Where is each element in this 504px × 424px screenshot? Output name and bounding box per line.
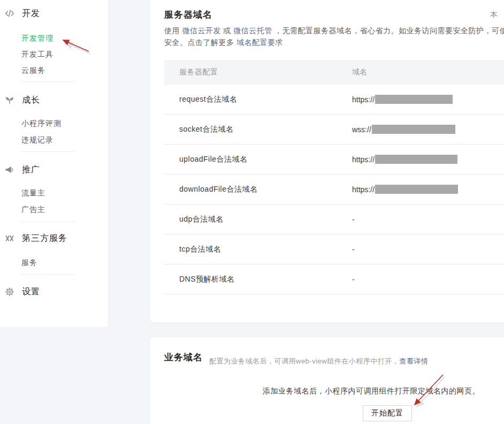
row-label: tcp合法域名 bbox=[164, 245, 352, 254]
table-row: downloadFile合法域名 https:// bbox=[164, 175, 504, 205]
gear-icon bbox=[4, 286, 15, 297]
row-label: udp合法域名 bbox=[164, 215, 352, 224]
redacted-domain-bar bbox=[375, 95, 453, 104]
server-domain-desc-line2: 安全。点击了解更多 域名配置要求 bbox=[164, 38, 283, 48]
wechat-miniprogram-console: 开发 开发管理 开发工具 云服务 成长 小程序评测 违规记录 bbox=[0, 0, 504, 424]
redacted-domain-bar bbox=[372, 125, 455, 134]
server-domain-table: 服务器配置 域名 request合法域名 https:// socket合法域名… bbox=[164, 60, 504, 294]
link-domain-config-requirements[interactable]: 域名配置要求 bbox=[236, 38, 283, 47]
domain-value: - bbox=[352, 215, 355, 224]
domain-value: wss:// bbox=[352, 125, 371, 134]
sidebar-section-title: 第三方服务 bbox=[22, 233, 67, 244]
start-configuration-button[interactable]: 开始配置 bbox=[363, 405, 412, 421]
sidebar-item-dev-management[interactable]: 开发管理 bbox=[21, 33, 54, 43]
sidebar-item-service[interactable]: 服务 bbox=[21, 257, 37, 268]
business-domain-title: 业务域名 bbox=[164, 351, 203, 364]
redacted-domain-bar bbox=[375, 185, 458, 194]
sidebar-item-violation-records[interactable]: 违规记录 bbox=[21, 134, 54, 145]
row-label: socket合法域名 bbox=[164, 125, 352, 134]
table-row: udp合法域名 - bbox=[164, 205, 504, 234]
domain-value: https:// bbox=[352, 95, 375, 104]
sidebar: 开发 开发管理 开发工具 云服务 成长 小程序评测 违规记录 bbox=[0, 0, 109, 327]
sidebar-divider bbox=[20, 222, 75, 222]
table-row: DNS预解析域名 - bbox=[164, 264, 504, 294]
table-row: tcp合法域名 - bbox=[164, 234, 504, 264]
row-label: DNS预解析域名 bbox=[164, 275, 352, 284]
sidebar-section-settings[interactable]: 设置 bbox=[4, 285, 40, 299]
sidebar-item-cloud-service[interactable]: 云服务 bbox=[21, 65, 45, 75]
business-domain-empty-hint: 添加业务域名后，小程序内可调用组件打开限定域名内的网页。 bbox=[263, 387, 480, 396]
sidebar-divider bbox=[20, 152, 75, 152]
sidebar-section-promotion: 推广 bbox=[4, 163, 40, 177]
link-wechat-cloud-dev[interactable]: 微信云开发 bbox=[182, 26, 221, 35]
sidebar-item-advertiser[interactable]: 广告主 bbox=[21, 204, 45, 215]
sidebar-item-miniprogram-evaluation[interactable]: 小程序评测 bbox=[21, 118, 62, 128]
column-header-domain: 域名 bbox=[352, 67, 504, 77]
sidebar-item-traffic-owner[interactable]: 流量主 bbox=[21, 187, 45, 198]
server-domain-title: 服务器域名 bbox=[164, 9, 212, 21]
domain-value: https:// bbox=[352, 185, 375, 194]
sidebar-section-title: 设置 bbox=[22, 286, 40, 298]
table-row: socket合法域名 wss:// bbox=[164, 115, 504, 145]
table-row: request合法域名 https:// bbox=[164, 85, 504, 115]
top-right-clipped-text: 本 bbox=[490, 10, 498, 20]
sidebar-divider bbox=[20, 81, 75, 82]
domain-value: - bbox=[352, 275, 355, 284]
sidebar-item-dev-tools[interactable]: 开发工具 bbox=[21, 49, 54, 59]
row-label: uploadFile合法域名 bbox=[164, 155, 352, 164]
row-label: request合法域名 bbox=[164, 95, 352, 104]
sidebar-section-title: 推广 bbox=[22, 164, 40, 176]
server-domain-desc-line1: 使用 微信云开发 或 微信云托管 ，无需配置服务器域名，省心省力。如业务访问需要… bbox=[164, 26, 504, 36]
sidebar-section-dev: 开发 bbox=[4, 6, 40, 20]
sidebar-section-growth: 成长 bbox=[4, 93, 40, 107]
sprout-icon bbox=[4, 95, 15, 105]
business-domain-desc: 配置为业务域名后，可调用web-view组件在小程序中打开，查看详情 bbox=[209, 357, 428, 366]
table-header-row: 服务器配置 域名 bbox=[164, 60, 504, 85]
sidebar-section-third-party: 第三方服务 bbox=[4, 231, 67, 245]
link-view-details[interactable]: 查看详情 bbox=[399, 357, 428, 365]
sidebar-section-title: 开发 bbox=[22, 8, 40, 19]
redacted-domain-bar bbox=[375, 155, 457, 164]
code-icon bbox=[4, 8, 15, 19]
link-wechat-cloud-hosting[interactable]: 微信云托管 bbox=[233, 26, 272, 35]
sidebar-section-title: 成长 bbox=[22, 95, 40, 106]
megaphone-icon bbox=[4, 164, 15, 175]
row-label: downloadFile合法域名 bbox=[164, 185, 352, 194]
column-header-server-config: 服务器配置 bbox=[164, 67, 352, 77]
domain-value: - bbox=[352, 245, 355, 254]
table-row: uploadFile合法域名 https:// bbox=[164, 145, 504, 175]
third-party-icon bbox=[4, 233, 15, 244]
sidebar-divider bbox=[20, 274, 75, 275]
business-domain-card bbox=[150, 337, 504, 424]
domain-value: https:// bbox=[352, 155, 375, 164]
